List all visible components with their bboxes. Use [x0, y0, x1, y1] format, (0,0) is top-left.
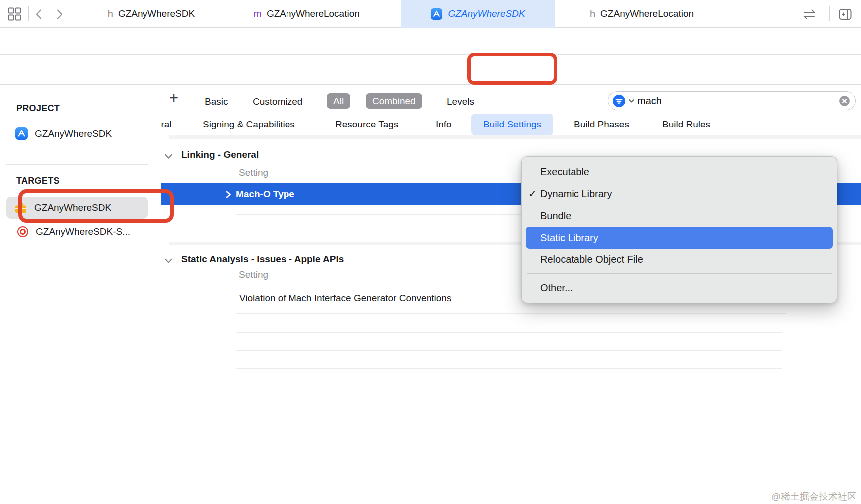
editor-tab-bar: General Signing & Capabilities Resource … [0, 55, 861, 85]
menu-item-label: Relocatable Object File [540, 254, 643, 265]
section-collapse-icon[interactable] [164, 152, 173, 161]
window-tab-gzanywherelocation-h[interactable]: h GZAnyWhereLocation [557, 0, 726, 28]
bundle-target-icon [16, 225, 29, 238]
settings-filter-field[interactable] [608, 91, 856, 110]
row-divider [236, 313, 786, 314]
tab-divider [223, 8, 223, 19]
window-tab-label: GZAnyWhereSDK [118, 8, 195, 19]
clear-search-icon[interactable] [838, 95, 851, 107]
menu-item-label: Executable [540, 166, 589, 178]
toolbar-divider [829, 6, 830, 21]
app-store-icon [430, 8, 443, 20]
filter-divider [192, 91, 192, 110]
add-editor-icon[interactable] [838, 7, 852, 21]
target-item-label: GZAnyWhereSDK-S... [36, 226, 130, 237]
sidebar-divider [6, 164, 148, 165]
window-tab-gzanywheresdk-active[interactable]: GZAnyWhereSDK [401, 0, 555, 28]
chevron-down-icon[interactable] [628, 99, 635, 103]
menu-item-label: Static Library [540, 232, 598, 244]
section-collapse-icon[interactable] [164, 257, 173, 266]
setting-row-violation-mig[interactable]: Violation of Mach Interface Generator Co… [239, 293, 451, 304]
project-item-label: GZAnyWhereSDK [35, 128, 112, 139]
search-input[interactable] [637, 95, 836, 107]
framework-toolbox-icon [14, 201, 28, 215]
tab-info[interactable]: Info [436, 119, 452, 130]
targets-section-header: TARGETS [16, 176, 60, 186]
project-navigator: PROJECT GZAnyWhereSDK TARGETS [0, 85, 161, 504]
watermark: @稀土掘金技术社区 [771, 490, 857, 503]
tab-overview-icon[interactable] [7, 6, 22, 21]
menu-item-label: Bundle [540, 210, 571, 222]
mach-o-type-menu: Executable ✓ Dynamic Library Bundle Stat… [521, 156, 837, 303]
scope-customized[interactable]: Customized [253, 96, 302, 107]
tab-resource-tags[interactable]: Resource Tags [335, 119, 398, 130]
window-tab-bar: h GZAnyWhereSDK m GZAnyWhereLocation GZA… [0, 0, 861, 28]
add-build-setting-button[interactable]: + [169, 90, 178, 106]
menu-item-label: Other... [540, 282, 573, 294]
menu-item-other[interactable]: Other... [522, 277, 837, 299]
menu-item-relocatable-object-file[interactable]: Relocatable Object File [522, 249, 837, 270]
project-section-header: PROJECT [16, 103, 60, 114]
forward-icon[interactable] [53, 8, 66, 21]
empty-setting-rows [236, 332, 782, 497]
tab-divider [729, 8, 729, 19]
target-item-secondary[interactable]: GZAnyWhereSDK-S... [16, 225, 130, 238]
window-tab-label: GZAnyWhereSDK [448, 8, 525, 19]
xcode-window: h GZAnyWhereSDK m GZAnyWhereLocation GZA… [0, 0, 861, 504]
section-separator [169, 135, 861, 139]
scope-all-selected[interactable]: All [327, 93, 350, 109]
checkmark-icon: ✓ [528, 188, 537, 200]
jump-bar: GZAnyWhereSDK [0, 28, 861, 55]
target-item-label: GZAnyWhereSDK [34, 202, 111, 213]
tab-build-settings-active[interactable]: Build Settings [471, 114, 553, 135]
menu-item-static-library-highlighted[interactable]: Static Library [526, 227, 833, 249]
app-store-icon [15, 127, 28, 140]
menu-item-bundle[interactable]: Bundle [522, 205, 837, 227]
window-tab-label: GZAnyWhereLocation [600, 8, 694, 19]
setting-column-header: Setting [239, 269, 268, 280]
toolbar-divider [28, 6, 29, 21]
back-icon[interactable] [33, 8, 46, 21]
h-file-icon: h [108, 8, 113, 20]
section-title-static-analysis: Static Analysis - Issues - Apple APIs [181, 254, 344, 265]
setting-row-label: Mach-O Type [236, 189, 294, 200]
section-title-linking-general: Linking - General [181, 149, 259, 160]
m-file-icon: m [253, 8, 262, 20]
disclosure-chevron-icon[interactable] [225, 190, 231, 199]
swap-editors-icon[interactable] [801, 8, 817, 21]
h-file-icon: h [590, 8, 595, 20]
scope-levels[interactable]: Levels [447, 96, 474, 107]
menu-item-executable[interactable]: Executable [522, 161, 837, 183]
filter-token-icon[interactable] [612, 94, 626, 108]
scope-combined-selected[interactable]: Combined [366, 93, 422, 109]
setting-column-header: Setting [239, 167, 268, 178]
project-item[interactable]: GZAnyWhereSDK [15, 127, 112, 140]
tab-build-phases[interactable]: Build Phases [574, 119, 629, 130]
menu-item-dynamic-library[interactable]: ✓ Dynamic Library [522, 183, 837, 205]
window-tab-gzanywherelocation-m[interactable]: m GZAnyWhereLocation [224, 0, 389, 28]
scope-basic[interactable]: Basic [205, 96, 228, 107]
window-tab-gzanywheresdk-h[interactable]: h GZAnyWhereSDK [80, 0, 223, 28]
menu-item-label: Dynamic Library [540, 188, 612, 200]
filter-divider [361, 92, 361, 110]
menu-separator [527, 273, 832, 274]
tab-signing-capabilities[interactable]: Signing & Capabilities [203, 119, 295, 130]
target-item-selected[interactable]: GZAnyWhereSDK [6, 197, 148, 219]
toolbar-divider [74, 6, 74, 21]
tab-build-rules[interactable]: Build Rules [662, 119, 710, 130]
window-tab-label: GZAnyWhereLocation [267, 8, 360, 19]
